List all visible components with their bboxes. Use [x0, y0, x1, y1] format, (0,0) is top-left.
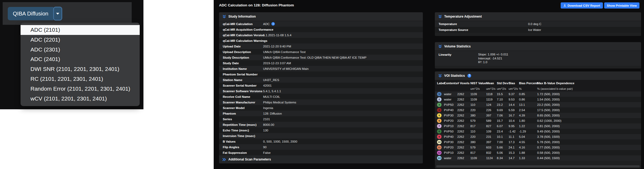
std-dev-cell: 9.69 [497, 108, 509, 112]
field-label: Echo Time (msec) [223, 129, 263, 132]
field-label: Repetition Time (msec) [223, 123, 263, 126]
collapse-chevrons-icon [439, 74, 442, 78]
field-label: qCal-MR Calculation [223, 22, 263, 26]
page-title: ADC Calculation on 128: Diffusion Phanto… [219, 3, 294, 7]
download-csv-button[interactable]: Download CSV Report [561, 2, 603, 9]
adc-report-panel: ADC Calculation on 128: Diffusion Phanto… [214, 0, 644, 169]
dropdown-menu-item[interactable]: ADC (2401) [21, 54, 140, 64]
section-title: Temperature Adjustment [444, 15, 482, 18]
field-value: Ingenia [263, 106, 273, 110]
mean-cell: 124 [486, 103, 497, 106]
study-information-header[interactable]: Study Information [219, 12, 423, 21]
field-value: UMich QIBA Conformance Test: OLD QIBA TH… [263, 56, 366, 59]
qiba-diffusion-button[interactable]: QIBA Diffusion [8, 7, 53, 20]
horizontal-scrollbar[interactable] [436, 165, 640, 167]
dropdown-menu-item[interactable]: Random Error (2101, 2201, 2301, 2401) [21, 84, 140, 94]
std-dev-cell: 5.06 [497, 151, 509, 154]
field-label: Phantom [223, 112, 263, 115]
temperature-row: Temperature Source Ice Water [435, 27, 641, 33]
study-info-row: Scanner Serial Number 42001 [219, 83, 423, 88]
voi-statistics-header[interactable]: VOI Statistics ? [435, 71, 641, 80]
dropdown-menu: ADC (2101) ADC (2201) ADC (2301) ADC (24… [21, 23, 140, 106]
mean-cell: 1124 [486, 156, 497, 160]
std-dev-cell: 5.66 [497, 146, 509, 149]
show-printable-view-button[interactable]: Show Printable View [604, 2, 639, 9]
study-info-row: Series 2101 [219, 116, 423, 122]
caret-down-icon [56, 13, 59, 15]
bias-cell: 14.7 [509, 156, 519, 160]
temperature-adjustment-header[interactable]: Temperature Adjustment [435, 12, 641, 21]
expand-chevrons-icon [223, 158, 226, 161]
max-b-value-cell: 9.49 (500, 2000) [537, 130, 641, 133]
field-label: Temperature [439, 22, 528, 26]
voxels-cell: 2262 [457, 98, 470, 101]
mean-cell: 589 [486, 119, 497, 122]
temperature-row: Temperature 0.0 deg C [435, 21, 641, 27]
nist-value-cell: 380 [470, 140, 486, 144]
bias-cell: 11.1 [509, 135, 519, 138]
voxels-cell: 2262 [457, 124, 470, 128]
study-info-row: Fat Suppression False [219, 150, 423, 155]
voxels-cell: 2262 [457, 140, 470, 144]
dropdown-menu-item[interactable]: ADC (2201) [21, 35, 140, 45]
additional-scan-parameters-toggle[interactable]: Additional Scan Parameters [219, 155, 423, 163]
dropdown-menu-item[interactable]: wCV (2101, 2201, 2301, 2401) [21, 94, 140, 104]
nist-value-cell: 220 [470, 108, 486, 112]
study-information-rows: qCal-MR Calculation ADC i qCal-MR Acquis… [219, 21, 423, 155]
voi-label-badge: 3 [437, 103, 442, 107]
study-info-row: B Values 0, 500, 1000, 1500, 2000 [219, 139, 423, 144]
dropdown-menu-item[interactable]: ADC (2301) [21, 45, 140, 55]
field-label: Scanner Serial Number [223, 84, 263, 87]
study-info-row: Institution Name UNIVERSITY of MICHIGAN … [219, 66, 423, 71]
field-value: 8000.00 [263, 123, 274, 126]
bias-percent-cell: 1.22 [519, 124, 537, 128]
field-label: B Values [223, 140, 263, 143]
mean-cell: 397 [486, 114, 497, 117]
std-dev-cell: 6.07 [497, 124, 509, 128]
study-info-row: Echo Time (msec) 130 [219, 127, 423, 133]
std-dev-cell: 15.5 [497, 92, 509, 96]
volume-statistics-header[interactable]: Volume Statistics [435, 42, 641, 51]
section-title: VOI Statistics [444, 74, 465, 78]
field-value: False [263, 151, 271, 154]
bias-cell: 14.4 [509, 103, 519, 106]
field-value: 0, 500, 1000, 1500, 2000 [263, 140, 297, 143]
bias-cell: 15.3 [509, 151, 519, 154]
mean-cell: 832 [486, 151, 497, 154]
mean-cell: 1119 [486, 98, 497, 101]
nist-value-cell: 380 [470, 114, 486, 117]
std-dev-cell: 8.34 [497, 156, 509, 160]
bias-percent-cell: 1.80 [519, 119, 537, 122]
voi-label-badge: 12 [437, 151, 442, 155]
qiba-diffusion-split-button[interactable]: QIBA Diffusion [8, 7, 62, 21]
mean-cell: 109 [486, 130, 497, 133]
temperature-rows: Temperature 0.0 deg C Temperature Source… [435, 21, 641, 33]
voxels-cell: 2262 [457, 151, 470, 154]
study-info-row: Repetition Time (msec) 8000.00 [219, 122, 423, 127]
contents-cell: PVP20 [444, 146, 457, 149]
bias-percent-cell: 13.1 [519, 103, 537, 106]
bias-cell: 10.4 [509, 119, 519, 122]
max-b-value-cell: 17.5 (500, 2000) [537, 108, 641, 112]
temperature-adjustment-card: Temperature Adjustment Temperature 0.0 d… [435, 12, 641, 36]
voi-label-badge: 9 [437, 135, 442, 139]
column-unit: % [519, 87, 537, 90]
table-row: 5 PVP30 2262 380 397 7.06 16.7 4.39 8.65… [435, 113, 641, 118]
info-icon[interactable]: i [271, 22, 275, 26]
field-value: 0.0 deg C [528, 22, 541, 26]
dropdown-menu-item[interactable]: DWI SNR (2101, 2201, 2301, 2401) [21, 64, 140, 74]
bias-percent-cell: 0.86 [519, 98, 537, 101]
help-icon[interactable]: ? [467, 74, 471, 78]
nist-value-cell: 220 [470, 135, 486, 138]
dropdown-menu-item[interactable]: ADC (2101) [21, 25, 140, 35]
dropdown-toggle-button[interactable] [53, 7, 62, 21]
voi-label-badge: 6 [437, 119, 442, 123]
dropdown-menu-item[interactable]: RC (2101, 2201, 2301, 2401) [21, 74, 140, 84]
max-b-value-cell: 0.58 (500, 2000) [537, 151, 641, 154]
slope-value: Slope: 1.006 +/- 0.011 [478, 53, 641, 57]
field-value: 1.1.2021-11-08 1.5.4 [263, 34, 291, 37]
column-unit: um^2/s [470, 87, 486, 90]
footer-title: Additional Scan Parameters [228, 158, 271, 161]
field-label: Scanner Manufacturer [223, 101, 263, 104]
max-b-value-cell: 0.81 (500, 2000) [537, 124, 641, 128]
